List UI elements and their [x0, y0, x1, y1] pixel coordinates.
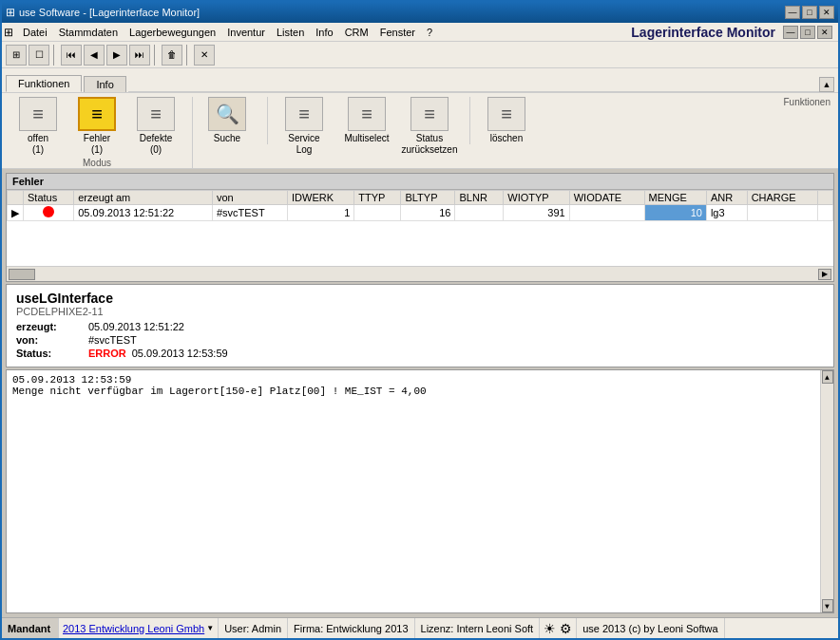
status-error-icon: [43, 206, 54, 217]
toolbar-btn-1[interactable]: ⊞: [6, 45, 27, 66]
menu-bar: ⊞ Datei Stammdaten Lagerbewegungen Inven…: [2, 23, 838, 42]
sun-icon: ☀: [544, 621, 556, 636]
h-scroll-right[interactable]: ▶: [818, 269, 831, 280]
title-bar: ⊞ use Software - [Lagerinterface Monitor…: [2, 2, 838, 23]
func-suche[interactable]: 🔍 Suche: [199, 97, 256, 144]
inner-close[interactable]: ✕: [817, 26, 832, 39]
von-label: von:: [16, 334, 83, 346]
menu-lagerbewegungen[interactable]: Lagerbewegungen: [124, 25, 221, 40]
modus-section: ≡ offen(1) ≡ Fehler(1) ≡ Defekte(0) Modu…: [10, 97, 193, 168]
col-scroll-indicator: [818, 191, 833, 205]
row-charge: [747, 205, 817, 221]
menu-listen[interactable]: Listen: [271, 25, 310, 40]
user-segment: User: Admin: [219, 618, 288, 638]
mandant-label: Mandant: [2, 618, 59, 638]
func-loeschen[interactable]: ≡ löschen: [478, 97, 535, 144]
menu-help[interactable]: ?: [421, 25, 438, 40]
fehler-table-container[interactable]: Status erzeugt am von IDWERK TTYP BLTYP …: [7, 190, 833, 266]
window-title: Lagerinterface Monitor: [631, 25, 783, 40]
func-service-log[interactable]: ≡ ServiceLog: [276, 97, 333, 156]
menu-datei[interactable]: Datei: [17, 25, 53, 40]
functions-area: ≡ offen(1) ≡ Fehler(1) ≡ Defekte(0) Modu…: [2, 93, 838, 169]
fehler-header: Fehler: [7, 174, 833, 190]
erzeugt-label: erzeugt:: [16, 321, 83, 332]
gear-icon: ⚙: [560, 621, 572, 636]
row-ttyp: [354, 205, 401, 221]
func-offen[interactable]: ≡ offen(1): [10, 97, 67, 156]
col-charge: CHARGE: [747, 191, 817, 205]
horizontal-scrollbar[interactable]: ▶: [7, 266, 833, 281]
row-status: [24, 205, 74, 221]
toolbar: ⊞ ☐ ⏮ ◀ ▶ ⏭ 🗑 ✕: [2, 42, 838, 68]
log-timestamp: 05.09.2013 12:53:59: [12, 374, 828, 386]
col-erzeugt-am: erzeugt am: [74, 191, 213, 205]
col-von: von: [212, 191, 287, 205]
status-date: 05.09.2013 12:53:59: [132, 348, 228, 359]
scroll-up[interactable]: ▲: [822, 370, 833, 384]
status-bar: Mandant 2013 Entwicklung Leoni Gmbh ▼ Us…: [2, 617, 838, 638]
menu-crm[interactable]: CRM: [339, 25, 374, 40]
col-blnr: BLNR: [455, 191, 504, 205]
row-wiotyp: 391: [504, 205, 569, 221]
firma-segment: Firma: Entwicklung 2013: [288, 618, 414, 638]
status-label: Status:: [16, 348, 83, 359]
table-row[interactable]: ▶ 05.09.2013 12:51:22 #svcTEST 1 16 39: [8, 205, 833, 221]
toolbar-btn-2[interactable]: ☐: [29, 45, 49, 66]
multiselect-label: Multiselect: [344, 133, 389, 144]
col-wiodate: WIODATE: [569, 191, 644, 205]
row-anr: lg3: [706, 205, 747, 221]
minimize-button[interactable]: —: [785, 6, 800, 19]
detail-subtitle: PCDELPHIXE2-11: [16, 306, 824, 317]
func-status-zuruecksetzen[interactable]: ≡ Statuszurücksetzen: [401, 97, 458, 156]
tab-info[interactable]: Info: [84, 76, 125, 92]
toolbar-search-prev[interactable]: ⏮: [61, 45, 82, 66]
toolbar-prev[interactable]: ◀: [84, 45, 105, 66]
row-wiodate: [569, 205, 644, 221]
app-icon: ⊞: [6, 6, 15, 19]
func-multiselect[interactable]: ≡ Multiselect: [338, 97, 395, 144]
col-expand: [8, 191, 24, 205]
toolbar-delete[interactable]: 🗑: [162, 45, 182, 66]
row-expand[interactable]: ▶: [8, 205, 24, 221]
suche-label: Suche: [214, 133, 240, 144]
maximize-button[interactable]: □: [802, 6, 817, 19]
col-ttyp: TTYP: [354, 191, 401, 205]
tab-funktionen[interactable]: Funktionen: [6, 75, 82, 92]
row-menge: 10: [644, 205, 706, 221]
toolbar-next[interactable]: ▶: [106, 45, 127, 66]
col-status: Status: [24, 191, 74, 205]
log-area[interactable]: 05.09.2013 12:53:59 Menge nicht verfügba…: [6, 369, 834, 613]
menu-inventur[interactable]: Inventur: [221, 25, 271, 40]
fehler-panel: Fehler Status erzeugt am von IDWERK TTYP…: [6, 173, 834, 282]
func-defekte[interactable]: ≡ Defekte(0): [127, 97, 184, 156]
modus-label: Modus: [83, 158, 111, 168]
scroll-down[interactable]: ▼: [822, 599, 833, 612]
mandant-dropdown[interactable]: 2013 Entwicklung Leoni Gmbh ▼: [59, 618, 219, 638]
menu-info[interactable]: Info: [310, 25, 338, 40]
von-value: #svcTEST: [88, 334, 137, 346]
close-button[interactable]: ✕: [819, 6, 834, 19]
toolbar-cancel[interactable]: ✕: [194, 45, 215, 66]
toolbar-search-next[interactable]: ⏭: [129, 45, 150, 66]
tab-area: Funktionen Info ▲: [2, 68, 838, 93]
menu-fenster[interactable]: Fenster: [374, 25, 421, 40]
inner-restore[interactable]: □: [800, 26, 815, 39]
col-menge: MENGE: [644, 191, 706, 205]
log-message: Menge nicht verfügbar im Lagerort[150-e]…: [12, 386, 828, 397]
menu-stammdaten[interactable]: Stammdaten: [53, 25, 124, 40]
row-idwerk: 1: [288, 205, 354, 221]
log-scrollbar[interactable]: ▲ ▼: [820, 370, 833, 612]
app-menu-icon: ⊞: [4, 26, 13, 39]
title-bar-text: use Software - [Lagerinterface Monitor]: [19, 7, 200, 18]
expand-arrow: ▶: [11, 207, 19, 218]
row-erzeugt-am: 05.09.2013 12:51:22: [74, 205, 213, 221]
icon-segment: ☀ ⚙: [540, 618, 577, 638]
row-blnr: [455, 205, 504, 221]
inner-minimize[interactable]: —: [783, 26, 798, 39]
mandant-dropdown-arrow: ▼: [206, 624, 214, 632]
func-fehler[interactable]: ≡ Fehler(1): [68, 97, 125, 156]
row-von: #svcTEST: [212, 205, 287, 221]
h-scroll-thumb[interactable]: [9, 269, 35, 280]
col-bltyp: BLTYP: [401, 191, 455, 205]
tab-collapse-button[interactable]: ▲: [819, 77, 834, 92]
